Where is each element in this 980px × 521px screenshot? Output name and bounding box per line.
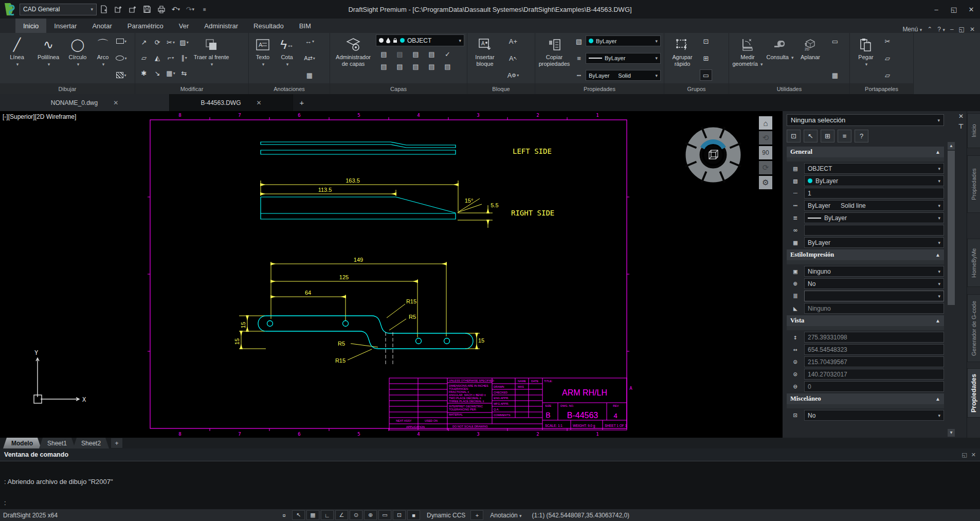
orbit-right-button[interactable]: ⟳: [759, 161, 772, 174]
line-button[interactable]: ╱ Línea▾: [2, 34, 32, 82]
save-as-button[interactable]: [126, 3, 139, 15]
plot-select[interactable]: No▾: [804, 278, 944, 289]
section-miscellaneous[interactable]: Misceláneo ▲: [787, 393, 944, 404]
grid-toggle[interactable]: ▦: [306, 510, 319, 520]
layer-unisolate-button[interactable]: ▤: [394, 48, 406, 60]
copy-properties-button[interactable]: Copiar propiedades: [537, 34, 571, 82]
lineweight-select[interactable]: ByLayer ▾: [586, 53, 661, 64]
layer-hide-button[interactable]: ▤: [378, 61, 390, 72]
offset-button[interactable]: ∥▾: [178, 52, 190, 63]
layer-select[interactable]: OBJECT▾: [804, 163, 944, 174]
dynamic-ccs-button[interactable]: Dynamic CCS: [427, 512, 465, 519]
layer-ok-button[interactable]: ✓: [442, 48, 454, 60]
ortho-toggle[interactable]: ∟: [321, 510, 334, 520]
edit-group-button[interactable]: ⊞: [700, 52, 712, 64]
inquiry-button[interactable]: Consulta ▾: [766, 34, 794, 82]
redo-button[interactable]: ↷▾: [184, 3, 196, 15]
color-select[interactable]: ByLayer▾: [804, 175, 944, 186]
copy-with-basepoint-button[interactable]: ▱: [881, 69, 894, 81]
hatch-button[interactable]: ▾: [115, 69, 128, 81]
new-doc-tab-button[interactable]: +: [293, 94, 311, 111]
layer-isolate-button[interactable]: ▤: [378, 48, 390, 60]
orbit-left-button[interactable]: ⟲: [759, 131, 772, 145]
layer-thaw-button[interactable]: ▤: [410, 61, 422, 72]
section-view[interactable]: Vista ▲: [787, 315, 944, 326]
doc-tab-noname[interactable]: NONAME_0.dwg✕: [0, 94, 170, 111]
rectangle-button[interactable]: ▾: [115, 35, 128, 47]
sheet-tab-sheet1[interactable]: Sheet1: [39, 438, 75, 448]
mdi-minimize-icon[interactable]: –: [950, 26, 954, 33]
plot-table-select[interactable]: ▾: [804, 291, 944, 301]
undo-button[interactable]: ↶▾: [170, 3, 182, 15]
linear-dimension-button[interactable]: ↔▾: [299, 35, 320, 47]
block-attributes-button[interactable]: A⚙▾: [502, 69, 524, 81]
selection-filter-icon[interactable]: ¤: [278, 510, 291, 520]
text-button[interactable]: A Texto▾: [251, 34, 275, 82]
group-toggle-button[interactable]: ▭: [700, 69, 712, 81]
tab-ver[interactable]: Ver: [171, 19, 197, 33]
section-print-style[interactable]: EstiloImpresión ▲: [787, 249, 944, 260]
layer-select[interactable]: OBJECT ▾: [376, 34, 464, 46]
doc-tab-b44563[interactable]: B-44563.DWG✕: [170, 94, 293, 111]
text-flow-button[interactable]: A⇄▾: [299, 52, 320, 64]
bring-to-front-button[interactable]: Traer al frente ▾: [192, 34, 230, 82]
hyperlink-input[interactable]: [804, 225, 944, 236]
copy-button[interactable]: ▱: [138, 52, 150, 63]
palette-tab-propiedades-active[interactable]: Propiedades: [967, 368, 980, 418]
paste-button[interactable]: Pegar▾: [852, 34, 880, 82]
mdi-restore-icon[interactable]: ◱: [959, 26, 965, 33]
mdi-close-icon[interactable]: ✕: [970, 26, 975, 33]
measure-geometry-button[interactable]: Medir geometría ▾: [731, 34, 764, 82]
layer-prev-button[interactable]: ▤: [442, 61, 454, 72]
minimize-button[interactable]: –: [928, 2, 945, 17]
entity-track-toggle[interactable]: ⊕: [364, 510, 377, 520]
layer-manager-button[interactable]: Administrador de capas: [332, 34, 374, 82]
rotate-button[interactable]: ⟳: [151, 37, 164, 48]
select-box-button[interactable]: ⊞: [821, 130, 834, 142]
ellipse-button[interactable]: ▾: [115, 52, 128, 64]
help-button[interactable]: ?: [855, 130, 868, 142]
color-select[interactable]: ByLayer ▾: [586, 35, 661, 46]
layer-show-all-button[interactable]: ▤: [394, 61, 406, 72]
erase-button[interactable]: ▨▾: [178, 37, 190, 48]
palette-tab-gcode[interactable]: Generador de G-code: [967, 294, 980, 362]
select-entities-button[interactable]: ⊡: [787, 130, 801, 142]
scroll-down-icon[interactable]: ▲: [948, 429, 955, 437]
new-file-button[interactable]: [98, 3, 110, 15]
tab-administrar[interactable]: Administrar: [196, 19, 246, 33]
dimension-button[interactable]: ϟ↔ Cota▾: [276, 34, 298, 82]
pattern-button[interactable]: ▦▾: [165, 67, 177, 79]
command-window-header[interactable]: Ventana de comando ◱ ✕: [0, 448, 980, 461]
print-button[interactable]: [155, 3, 168, 15]
polyline-button[interactable]: ∿ Polilínea▾: [33, 34, 63, 82]
viewport-label[interactable]: [-][Superior][2D Wireframe]: [3, 113, 76, 120]
tab-inicio[interactable]: Inicio: [15, 19, 46, 33]
save-button[interactable]: [141, 3, 153, 15]
linescale-input[interactable]: 1: [804, 188, 944, 199]
sheet-tab-modelo[interactable]: Modelo: [3, 438, 41, 448]
sheet-tab-sheet2[interactable]: Sheet2: [73, 438, 109, 448]
help-button[interactable]: ? ▾: [937, 26, 945, 33]
move-button[interactable]: ↗: [138, 37, 150, 48]
open-file-button[interactable]: [112, 3, 124, 15]
linestyle-select[interactable]: ByLayer Solid ▾: [586, 70, 661, 81]
properties-scrollbar[interactable]: ▲ ▲: [947, 111, 955, 438]
tab-insertar[interactable]: Insertar: [46, 19, 84, 33]
select-arrow-button[interactable]: ↖: [804, 130, 818, 142]
tab-resultado[interactable]: Resultado: [246, 19, 292, 33]
arc-button[interactable]: ⌒ Arco▾: [92, 34, 114, 82]
explode-button[interactable]: ✱: [138, 67, 150, 79]
drawing-canvas[interactable]: [-][Superior][2D Wireframe] 87 65: [0, 111, 783, 438]
tab-bim[interactable]: BIM: [292, 19, 319, 33]
copy-clip-button[interactable]: ▱: [881, 52, 894, 64]
add-ccs-button[interactable]: +: [470, 510, 483, 520]
insert-block-button[interactable]: A Insertar bloque: [469, 34, 500, 82]
calculator-button[interactable]: ▦: [826, 69, 844, 81]
cut-button[interactable]: ✂: [881, 35, 894, 47]
command-window[interactable]: Ventana de comando ◱ ✕ : Abriendo archiv…: [0, 448, 980, 509]
tab-parametrico[interactable]: Paramétrico: [120, 19, 171, 33]
palette-tab-homebyme[interactable]: HomeByMe: [967, 239, 980, 287]
table-button[interactable]: ▦: [299, 69, 320, 81]
fillet-button[interactable]: ⌐▾: [165, 52, 177, 63]
scroll-up-icon[interactable]: ▲: [948, 142, 955, 150]
